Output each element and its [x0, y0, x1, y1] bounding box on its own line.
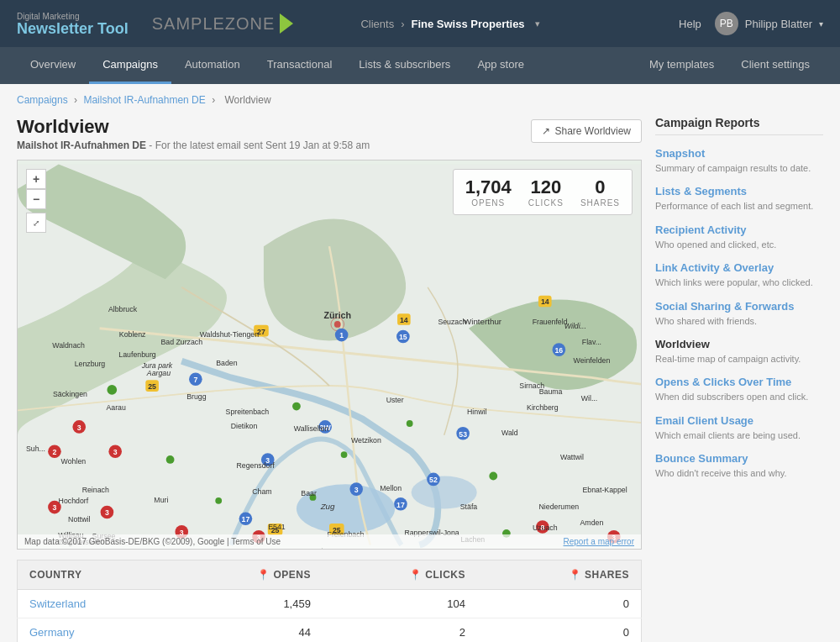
nav-appstore[interactable]: App store: [464, 47, 538, 84]
share-button[interactable]: ↗ Share Worldview: [531, 119, 642, 143]
recipient-activity-link[interactable]: Recipient Activity: [655, 224, 823, 236]
header-right: Help PB Philipp Blatter ▾: [679, 12, 823, 35]
country-cell: Switzerland: [18, 590, 173, 618]
report-error-link[interactable]: Report a map error: [564, 537, 634, 546]
shares-cell-0: 0: [477, 590, 641, 618]
sidebar-item-bounce-summary: Bounce Summary Who didn't receive this a…: [655, 452, 823, 480]
svg-text:Stäfa: Stäfa: [460, 503, 478, 511]
svg-text:Muri: Muri: [154, 496, 168, 504]
map-svg[interactable]: 27 14 14 25 25 25 2: [18, 160, 641, 549]
sent-prefix: - For the latest email sent: [149, 139, 262, 151]
main-content: ↗ Share Worldview Worldview Mailshot IR-…: [0, 116, 840, 642]
left-panel: ↗ Share Worldview Worldview Mailshot IR-…: [17, 116, 642, 642]
svg-text:Mellon: Mellon: [380, 484, 402, 492]
svg-text:Dietikon: Dietikon: [231, 422, 258, 430]
country-cell: Germany: [18, 618, 173, 643]
link-activity-desc: Which links were popular, who clicked.: [655, 277, 813, 287]
sidebar-item-snapshot: Snapshot Summary of campaign results to …: [655, 147, 823, 175]
nav-lists[interactable]: Lists & subscribers: [345, 47, 464, 84]
svg-text:Wohlen: Wohlen: [61, 457, 87, 466]
svg-text:Waldshut-Tiengen: Waldshut-Tiengen: [200, 330, 260, 339]
sent-date: Sent 19 Jan at 9:58 am: [265, 139, 370, 151]
bounce-summary-link[interactable]: Bounce Summary: [655, 452, 823, 465]
svg-text:Baar: Baar: [301, 489, 317, 497]
social-sharing-link[interactable]: Social Sharing & Forwards: [655, 300, 823, 313]
sidebar-item-email-client: Email Client Usage Which email clients a…: [655, 414, 823, 442]
svg-text:1: 1: [339, 331, 344, 339]
svg-point-3: [334, 321, 341, 328]
svg-text:3: 3: [105, 508, 109, 517]
bounce-summary-desc: Who didn't receive this and why.: [655, 468, 787, 478]
breadcrumb-current: Worldview: [224, 94, 270, 106]
svg-text:14: 14: [400, 316, 408, 324]
right-sidebar: Campaign Reports Snapshot Summary of cam…: [655, 116, 823, 642]
svg-text:Sirnach: Sirnach: [519, 382, 544, 390]
zoom-out-button[interactable]: −: [26, 189, 46, 209]
opens-clicks-desc: When did subscribers open and click.: [655, 392, 808, 402]
worldview-desc: Real-time map of campaign activity.: [655, 354, 801, 364]
worldview-label: Worldview: [655, 338, 823, 350]
pin-blue-icon: 📍: [409, 569, 423, 581]
client-dropdown-icon[interactable]: ▾: [535, 18, 540, 29]
nav-client-settings[interactable]: Client settings: [727, 47, 823, 84]
link-activity-link[interactable]: Link Activity & Overlay: [655, 261, 823, 274]
sidebar-item-lists-segments: Lists & Segments Performance of each lis…: [655, 185, 823, 213]
breadcrumb-campaign-name[interactable]: Mailshot IR-Aufnahmen DE: [83, 94, 205, 106]
tool-name: Newsletter Tool: [17, 21, 129, 36]
company-name: Digital Marketing: [17, 12, 129, 21]
sidebar-item-social-sharing: Social Sharing & Forwards Who shared wit…: [655, 300, 823, 328]
svg-text:Uzuach: Uzuach: [533, 524, 558, 532]
svg-text:3: 3: [77, 424, 81, 432]
svg-text:2: 2: [52, 448, 56, 456]
social-sharing-desc: Who shared with friends.: [655, 316, 757, 326]
svg-text:Cham: Cham: [252, 487, 271, 496]
country-link-1[interactable]: Germany: [29, 626, 74, 639]
svg-text:Weinfelden: Weinfelden: [574, 356, 611, 365]
nav-overview[interactable]: Overview: [17, 47, 89, 84]
breadcrumb-chevron-icon: ›: [401, 18, 404, 30]
expand-button[interactable]: ⤢: [26, 213, 46, 233]
svg-text:Reinach: Reinach: [82, 486, 109, 494]
samplezone-logo: SAMPLEZONE: [152, 13, 294, 34]
country-link-0[interactable]: Switzerland: [29, 597, 86, 610]
email-client-link[interactable]: Email Client Usage: [655, 414, 823, 427]
svg-text:53: 53: [459, 430, 467, 439]
col-country: COUNTRY: [18, 560, 173, 590]
zoom-in-button[interactable]: +: [26, 169, 46, 189]
clients-link[interactable]: Clients: [360, 18, 394, 30]
clicks-value: 120: [528, 176, 564, 198]
opens-label: OPENS: [465, 198, 512, 208]
samplezone-text: SAMPLEZONE: [152, 14, 276, 34]
svg-text:Aargau: Aargau: [146, 369, 171, 377]
svg-text:Regensdorf: Regensdorf: [236, 461, 275, 470]
svg-point-59: [489, 472, 497, 481]
nav-templates[interactable]: My templates: [636, 47, 727, 84]
shares-value: 0: [580, 176, 620, 198]
svg-text:16: 16: [554, 346, 563, 355]
svg-text:Kirchberg: Kirchberg: [527, 403, 559, 412]
nav-automation[interactable]: Automation: [171, 47, 254, 84]
lists-segments-link[interactable]: Lists & Segments: [655, 185, 823, 197]
share-button-label: Share Worldview: [555, 125, 631, 137]
nav-campaigns[interactable]: Campaigns: [89, 47, 171, 84]
svg-point-61: [166, 455, 175, 464]
user-dropdown-icon[interactable]: ▾: [819, 19, 823, 29]
svg-text:Albbruck: Albbruck: [108, 305, 138, 313]
opens-clicks-link[interactable]: Opens & Clicks Over Time: [655, 376, 823, 388]
help-link[interactable]: Help: [679, 18, 701, 30]
svg-text:15: 15: [399, 333, 407, 341]
breadcrumb-campaigns[interactable]: Campaigns: [17, 94, 68, 106]
svg-text:Brugg: Brugg: [186, 392, 207, 401]
col-shares: 📍 SHARES: [477, 560, 641, 590]
svg-text:Laufenburg: Laufenburg: [118, 350, 155, 359]
svg-text:Flav...: Flav...: [582, 338, 601, 346]
map-footer: Map data ©2017 GeoBasis-DE/BKG (©2009), …: [18, 534, 641, 549]
svg-text:Seuzach: Seuzach: [438, 318, 466, 326]
clicks-cell-1: 2: [323, 618, 477, 643]
snapshot-link[interactable]: Snapshot: [655, 147, 823, 160]
nav-transactional[interactable]: Transactional: [254, 47, 346, 84]
svg-text:Zug: Zug: [320, 502, 335, 511]
map-controls: + − ⤢: [26, 169, 46, 233]
svg-text:Wattwil: Wattwil: [560, 453, 584, 461]
logo-arrow-icon: [280, 13, 293, 34]
